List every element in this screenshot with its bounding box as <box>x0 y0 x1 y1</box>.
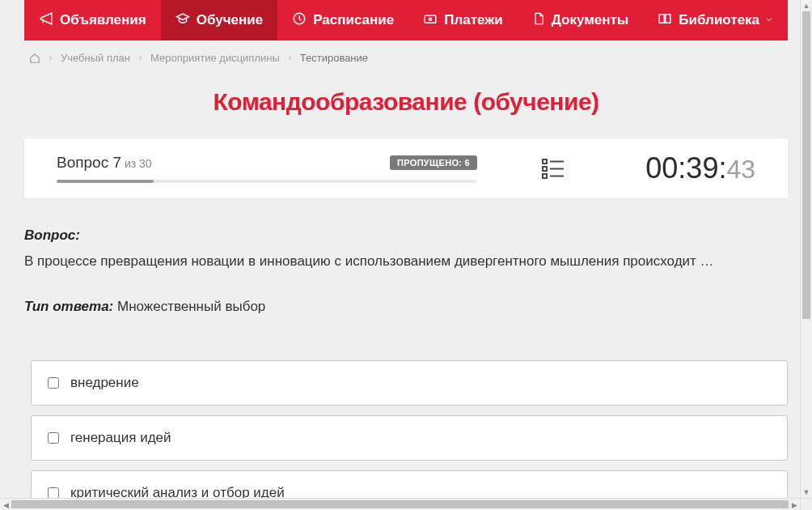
home-icon[interactable] <box>29 53 40 64</box>
option-label: генерация идей <box>70 430 171 446</box>
scroll-right-arrow[interactable]: ▶ <box>789 499 800 510</box>
cap-icon <box>176 11 190 30</box>
timer: 00:39:43 <box>645 151 755 185</box>
nav-schedule[interactable]: Расписание <box>277 0 408 40</box>
breadcrumb-link-activity[interactable]: Мероприятие дисциплины <box>150 52 280 64</box>
nav-label: Обучение <box>197 12 263 28</box>
svg-rect-5 <box>543 167 547 171</box>
nav-label: Библиотека <box>679 12 759 28</box>
option-checkbox[interactable] <box>48 487 59 499</box>
option-checkbox[interactable] <box>48 377 59 389</box>
timer-main: 00:39: <box>645 151 726 185</box>
nav-label: Расписание <box>313 12 394 28</box>
question-area: Вопрос: В процессе превращения новации в… <box>24 227 788 315</box>
nav-label: Платежи <box>444 12 503 28</box>
main-nav: Объявления Обучение Расписание Платежи Д… <box>24 0 788 40</box>
nav-payments[interactable]: Платежи <box>408 0 518 40</box>
breadcrumb-current: Тестирование <box>300 52 368 64</box>
scroll-thumb[interactable] <box>802 11 810 319</box>
svg-point-2 <box>429 18 432 20</box>
question-prefix: Вопрос: <box>24 227 788 244</box>
document-icon <box>532 11 545 30</box>
megaphone-icon <box>39 11 53 30</box>
answer-type-value: Множественный выбор <box>113 299 265 314</box>
chevron-down-icon <box>764 12 774 28</box>
clock-icon <box>292 11 307 30</box>
option-1[interactable]: внедрение <box>31 360 788 406</box>
skipped-badge: ПРОПУЩЕНО: 6 <box>390 155 477 170</box>
scroll-down-arrow[interactable]: ▼ <box>801 487 812 498</box>
breadcrumb: Учебный план Мероприятие дисциплины Тест… <box>29 52 788 64</box>
horizontal-scrollbar[interactable]: ◀ ▶ <box>0 498 800 510</box>
progress-fill <box>57 180 154 183</box>
vertical-scrollbar[interactable]: ▲ ▼ <box>800 0 812 498</box>
page-title: Командообразование (обучение) <box>0 88 812 116</box>
question-list-toggle[interactable] <box>542 158 565 179</box>
scroll-up-arrow[interactable]: ▲ <box>801 0 812 11</box>
options-list: внедрение генерация идей критический ана… <box>31 360 788 510</box>
scroll-thumb-h[interactable] <box>11 500 789 508</box>
timer-seconds: 43 <box>726 155 755 185</box>
svg-rect-3 <box>543 159 547 164</box>
question-text: В процессе превращения новации в инновац… <box>24 252 788 271</box>
question-number: Вопрос 7 <box>57 154 121 171</box>
nav-documents[interactable]: Документы <box>518 0 644 40</box>
option-label: внедрение <box>70 375 139 391</box>
chevron-right-icon <box>286 52 294 64</box>
answer-type-label: Тип ответа: <box>24 299 113 314</box>
nav-label: Документы <box>552 12 629 28</box>
nav-announcements[interactable]: Объявления <box>24 0 161 40</box>
option-2[interactable]: генерация идей <box>31 415 788 461</box>
nav-learning[interactable]: Обучение <box>161 0 277 40</box>
scroll-corner <box>800 498 812 510</box>
progress-block: Вопрос 7 из 30 ПРОПУЩЕНО: 6 <box>57 154 477 183</box>
chevron-right-icon <box>47 52 54 64</box>
svg-rect-7 <box>543 174 547 178</box>
payment-icon <box>423 11 438 30</box>
breadcrumb-link-plan[interactable]: Учебный план <box>61 52 130 64</box>
svg-rect-1 <box>425 15 436 23</box>
nav-library[interactable]: Библиотека <box>643 0 789 40</box>
chevron-right-icon <box>137 52 144 64</box>
quiz-panel: Вопрос 7 из 30 ПРОПУЩЕНО: 6 00:39:43 <box>24 138 788 198</box>
question-total: из 30 <box>121 157 152 170</box>
nav-label: Объявления <box>60 12 146 28</box>
progress-bar <box>57 180 477 183</box>
scroll-left-arrow[interactable]: ◀ <box>0 499 11 510</box>
option-checkbox[interactable] <box>48 432 59 444</box>
book-icon <box>658 11 672 30</box>
